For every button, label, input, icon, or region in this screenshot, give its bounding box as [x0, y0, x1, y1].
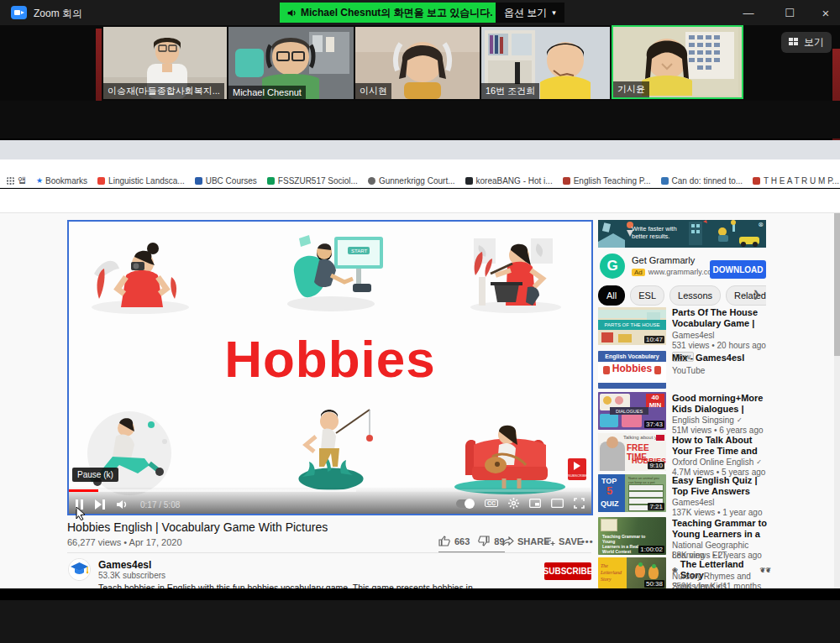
bookmark-item[interactable]: English Teaching P... [563, 176, 651, 186]
suggestion-channel[interactable]: YouTube [672, 366, 771, 376]
thumb-text: DIALOGUES [610, 407, 648, 415]
suggestion-channel[interactable]: Games4esl [672, 498, 771, 508]
video-tile-participant-2[interactable]: Michael Chesnut [228, 27, 354, 99]
ad-banner-text: Write faster with better results. [632, 225, 690, 240]
page-scrollbar[interactable] [834, 213, 840, 588]
scrollbar-thumb[interactable] [834, 213, 840, 356]
captions-button[interactable]: CC [485, 499, 498, 507]
ad-banner[interactable]: Write faster with better results. ⊗ [598, 220, 766, 248]
shared-screen-bottom-edge [0, 588, 840, 600]
video-title: Hobbies English | Vocabulary Game With P… [67, 520, 487, 534]
suggestion-thumbnail[interactable]: Talking about your FREE TIME HOBBIES 9:1… [598, 433, 666, 471]
like-dislike-group: 663 89 [438, 536, 505, 553]
video-player[interactable]: START Hobbies [67, 220, 593, 515]
banner-options-button[interactable]: 옵션 보기 ▾ [496, 3, 564, 23]
like-icon[interactable] [438, 536, 450, 546]
view-layout-button[interactable]: 보기 [781, 32, 832, 53]
suggestion-channel[interactable]: Games4esl [672, 331, 771, 341]
bookmark-item[interactable]: Can do: tinned to... [661, 176, 743, 186]
browser-tabstrip: 미루 참석자 - Zoom × My Drive - Google Drive … [0, 140, 840, 159]
apps-shortcut[interactable]: 앱 [7, 175, 26, 186]
video-watermark[interactable]: SUBSCRIBE [568, 458, 586, 480]
channel-subscribers: 53.3K subscribers [98, 571, 165, 580]
video-tile-participant-5-active-speaker[interactable]: 기시윤 [612, 25, 743, 99]
theater-mode-button[interactable] [551, 499, 564, 508]
ad-badge: Ad [632, 269, 645, 276]
maximize-button[interactable]: ☐ [777, 3, 802, 22]
chip-lessons[interactable]: Lessons [669, 285, 721, 306]
bookmark-item[interactable]: Linguistic Landsca... [97, 176, 185, 186]
suggestion-channel-row[interactable]: Oxford Online English✓ [672, 457, 771, 468]
chip-all[interactable]: All [598, 285, 625, 306]
suggestion-title[interactable]: Good morning+More Kids Dialogues | Learn… [672, 393, 771, 416]
subscribe-button[interactable]: SUBSCRIBE [544, 562, 591, 580]
participant-name: 16번 조건희 [481, 83, 539, 99]
ad-close-icon[interactable]: ⊗ [758, 221, 764, 228]
favicon [97, 177, 105, 185]
fullscreen-button[interactable] [574, 498, 585, 509]
participant-name: 이시현 [355, 83, 391, 99]
suggestion-title[interactable]: Easy English Quiz | Top Five Answers [672, 475, 771, 497]
youtube-header: ☰ YouTube KR 1 P [0, 189, 840, 213]
bookmark-item[interactable]: T H E A T R U M P... [753, 176, 839, 186]
suggestion-title[interactable]: Teaching Grammar to Young Learners in a … [672, 518, 771, 541]
suggestion-title[interactable]: Parts Of The House Vocabulary Game | Roo… [672, 307, 771, 330]
participant-name: 이승재(마들종합사회복지... [103, 83, 224, 99]
progress-bar[interactable] [69, 489, 591, 492]
like-count[interactable]: 663 [454, 536, 470, 546]
bookmark-item[interactable]: koreaBANG - Hot i... [465, 176, 553, 186]
share-button[interactable]: SHARE [502, 536, 550, 546]
suggestion-thumbnail[interactable]: PARTS OF THE HOUSE 10:47 [598, 307, 666, 345]
suggestion-thumbnail[interactable]: English Vocabulary Hobbies [598, 351, 666, 389]
channel-avatar[interactable] [68, 558, 91, 581]
bookmark-item[interactable]: UBC Courses [195, 176, 257, 186]
bookmark-item[interactable]: ★Bookmarks [36, 176, 87, 186]
duration-badge: 37:43 [644, 421, 664, 428]
played-bar [69, 489, 98, 492]
zoom-app-icon [11, 6, 27, 19]
suggestion-thumbnail[interactable]: TheLetterlandStory 50:38 [598, 557, 666, 588]
suggestion-thumbnail[interactable]: 40 MIN DIALOGUES 37:43 [598, 392, 666, 430]
thumb-caption: Name an animal you can keep as a pet [628, 476, 664, 484]
illustration-exercise [81, 408, 178, 499]
chips-scroll-right-icon[interactable]: ❯ [753, 289, 760, 300]
mouse-cursor [76, 506, 86, 520]
video-tile-participant-3[interactable]: 이시현 [355, 27, 480, 99]
more-actions-button[interactable]: ••• [581, 536, 594, 546]
volume-icon[interactable] [117, 499, 129, 510]
video-tile-participant-4[interactable]: 16번 조건희 [481, 27, 610, 99]
miniplayer-button[interactable] [529, 499, 541, 508]
bookmark-label: koreaBANG - Hot i... [476, 176, 553, 186]
illustration-guitar [449, 416, 571, 495]
minimize-button[interactable]: — [736, 3, 761, 22]
close-button[interactable]: × [813, 3, 838, 22]
filter-chips-row: All ESL Lessons Related From Ga [598, 285, 766, 306]
next-button[interactable] [95, 499, 105, 510]
video-tile-participant-1[interactable]: 이승재(마들종합사회복지... [103, 27, 227, 99]
channel-name[interactable]: Games4esl [98, 559, 151, 571]
suggestion-title[interactable]: Mix - Games4esl [672, 353, 771, 363]
ad-download-button[interactable]: DOWNLOAD [710, 260, 766, 279]
zoom-meeting-window: Zoom 회의 Michael Chesnut의 화면을 보고 있습니다. 옵션… [0, 0, 840, 643]
duration-badge: 50:38 [644, 580, 664, 588]
suggestion-thumbnail[interactable]: Teaching Grammar to YoungLearners in a R… [598, 517, 666, 555]
bookmark-item[interactable]: Gunnerkrigg Court... [368, 176, 455, 186]
suggestion-thumbnail[interactable]: TOP 5 QUIZ Name an animal you can keep a… [598, 474, 666, 512]
chip-esl[interactable]: ESL [630, 285, 664, 306]
banner-options-label: 옵션 보기 [504, 6, 547, 20]
autoplay-toggle[interactable] [456, 499, 475, 508]
settings-gear-icon[interactable] [508, 498, 519, 509]
illustration-fishing [274, 396, 388, 495]
duration-badge: 9:10 [648, 462, 664, 469]
dislike-icon[interactable] [478, 536, 490, 546]
duration-badge: 7:21 [648, 503, 664, 510]
save-button[interactable]: SAVE [544, 536, 583, 546]
speaker-icon [286, 8, 297, 18]
bookmark-label: Gunnerkrigg Court... [379, 176, 455, 186]
bookmark-item[interactable]: FSSZUR517 Sociol... [267, 176, 358, 186]
illustration-gaming: START [281, 232, 388, 312]
suggestion-channel-row[interactable]: English Singsing✓ [672, 416, 771, 426]
suggestion-title[interactable]: How to Talk About Your Free Time and Hob… [672, 435, 771, 457]
bookmark-label: Linguistic Landsca... [108, 176, 185, 186]
ad-title[interactable]: Get Grammarly [632, 255, 695, 265]
